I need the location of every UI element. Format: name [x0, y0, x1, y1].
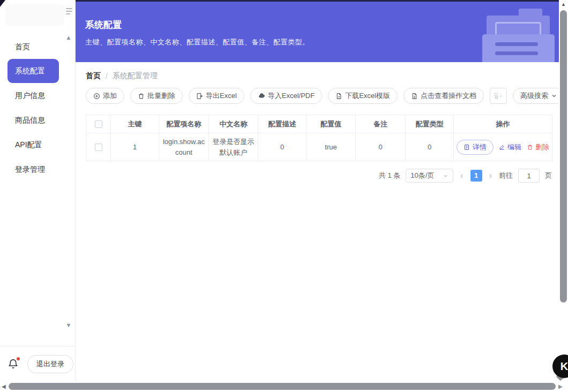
menu-collapse-icon[interactable] [66, 8, 73, 16]
cell-config-key: login.show.account [159, 133, 209, 161]
vertical-scrollbar-thumb[interactable] [560, 10, 567, 303]
sidebar-menu: 首页 系统配置 用户信息 商品信息 API配置 登录管理 [0, 34, 76, 182]
breadcrumb-home[interactable]: 首页 [86, 71, 101, 81]
select-all-checkbox[interactable] [95, 120, 102, 128]
col-desc: 配置描述 [258, 115, 307, 133]
cell-type: 0 [406, 133, 454, 161]
next-page-button[interactable]: › [488, 171, 494, 180]
export-excel-button[interactable]: 导出Excel [189, 88, 244, 104]
download-template-label: 下载Excel模版 [345, 91, 390, 101]
chat-widget-letter: K [560, 360, 568, 373]
batch-delete-button[interactable]: 批量删除 [130, 88, 183, 104]
export-excel-label: 导出Excel [206, 91, 237, 101]
sidebar-item-login-manage[interactable]: 登录管理 [0, 157, 76, 182]
row-checkbox[interactable] [95, 144, 102, 151]
goto-page-input[interactable] [518, 169, 540, 183]
advanced-search-label: 高级搜索 [520, 91, 548, 101]
view-docs-button[interactable]: 点击查看操作文档 [403, 88, 484, 104]
sidebar-item-api-config[interactable]: API配置 [0, 132, 76, 157]
cell-id: 1 [111, 133, 159, 161]
cell-value: true [307, 133, 356, 161]
add-label: 添加 [103, 91, 117, 101]
edit-icon [499, 144, 505, 150]
row-actions: 详情 编辑 删除 [457, 140, 549, 155]
breadcrumb-separator: / [106, 72, 108, 80]
notification-dot [17, 357, 20, 360]
page-number-active[interactable]: 1 [470, 170, 482, 182]
page-size-select[interactable]: 10条/页 [406, 169, 453, 183]
cell-remark: 0 [356, 133, 406, 161]
col-id: 主键 [111, 115, 159, 133]
add-button[interactable]: 添加 [86, 88, 124, 104]
horizontal-scrollbar-thumb[interactable] [9, 383, 556, 390]
cell-cn-name: 登录是否显示默认账户 [209, 133, 258, 161]
sidebar-scroll-down-icon[interactable]: ▼ [63, 322, 74, 328]
main-content: 首页 / 系统配置管理 添加 批量删除 导出Excel 导入Excel/PDF [76, 62, 559, 381]
sidebar-item-product-info[interactable]: 商品信息 [0, 108, 76, 132]
goto-unit-label: 页 [545, 171, 552, 180]
page-size-value: 10条/页 [410, 171, 434, 180]
breadcrumb-current: 系统配置管理 [113, 71, 158, 81]
import-excel-pdf-label: 导入Excel/PDF [268, 91, 315, 101]
trash-icon [527, 144, 533, 150]
cell-desc: 0 [258, 133, 307, 161]
vertical-scrollbar: ▲ [559, 0, 568, 381]
detail-label: 详情 [473, 142, 487, 152]
config-search-box [490, 88, 507, 104]
sidebar: ▲ 首页 系统配置 用户信息 商品信息 API配置 登录管理 ▼ 退出登录 [0, 0, 76, 381]
config-search-input[interactable] [494, 92, 498, 100]
col-value: 配置值 [307, 115, 356, 133]
sidebar-item-home[interactable]: 首页 [0, 34, 76, 59]
plus-circle-icon [93, 93, 100, 100]
view-docs-label: 点击查看操作文档 [421, 91, 476, 101]
chat-widget-circle: K [552, 355, 568, 378]
col-type: 配置类型 [406, 115, 454, 133]
download-template-button[interactable]: 下载Excel模版 [328, 88, 398, 104]
sidebar-item-system-config[interactable]: 系统配置 [8, 59, 59, 83]
chevron-down-icon [551, 93, 557, 99]
table-row: 1 login.show.account 登录是否显示默认账户 0 true 0… [86, 133, 552, 161]
search-icon [499, 93, 503, 100]
sidebar-item-user-info[interactable]: 用户信息 [0, 83, 76, 108]
chevron-down-icon [443, 173, 449, 179]
corner-artifact [0, 0, 5, 7]
pagination: 共 1 条 10条/页 ‹ 1 › 前往 页 [86, 169, 552, 183]
toolbar: 添加 批量删除 导出Excel 导入Excel/PDF 下载Excel模版 点击… [86, 88, 549, 104]
table-header-row: 主键 配置项名称 中文名称 配置描述 配置值 备注 配置类型 操作 [86, 115, 552, 133]
trash-icon [138, 93, 145, 100]
import-excel-pdf-button[interactable]: 导入Excel/PDF [250, 88, 322, 104]
scroll-up-arrow-icon[interactable]: ▲ [559, 2, 568, 7]
pagination-total: 共 1 条 [379, 171, 400, 180]
breadcrumb: 首页 / 系统配置管理 [86, 71, 549, 81]
chat-widget-button[interactable]: K [552, 355, 568, 378]
logout-button[interactable]: 退出登录 [27, 355, 73, 373]
edit-label: 编辑 [507, 142, 521, 152]
logo-placeholder [5, 4, 64, 26]
detail-doc-icon [464, 144, 470, 150]
app-window: ▲ 首页 系统配置 用户信息 商品信息 API配置 登录管理 ▼ 退出登录 系统… [0, 0, 568, 392]
scroll-right-arrow-icon[interactable]: ▶ [558, 383, 563, 389]
delete-button[interactable]: 删除 [527, 142, 549, 152]
col-actions: 操作 [454, 115, 552, 133]
page-banner: 系统配置 主键、配置项名称、中文名称、配置描述、配置值、备注、配置类型。 [76, 2, 559, 62]
sidebar-footer: 退出登录 [0, 346, 76, 381]
col-cn-name: 中文名称 [209, 115, 258, 133]
folder-illustration [476, 2, 559, 62]
export-icon [196, 93, 203, 100]
notification-bell-icon[interactable] [8, 358, 19, 370]
col-remark: 备注 [356, 115, 406, 133]
delete-label: 删除 [535, 142, 549, 152]
prev-page-button[interactable]: ‹ [459, 171, 465, 180]
batch-delete-label: 批量删除 [147, 91, 175, 101]
scroll-left-arrow-icon[interactable]: ◀ [2, 383, 6, 389]
horizontal-scrollbar: ◀ ▶ [0, 381, 568, 392]
file-download-icon [335, 93, 342, 100]
detail-button[interactable]: 详情 [457, 140, 494, 155]
config-table: 主键 配置项名称 中文名称 配置描述 配置值 备注 配置类型 操作 1 logi… [86, 115, 552, 161]
goto-label: 前往 [499, 171, 513, 180]
cloud-upload-icon [258, 92, 265, 100]
col-config-key: 配置项名称 [159, 115, 209, 133]
edit-button[interactable]: 编辑 [499, 142, 521, 152]
document-icon [411, 93, 418, 100]
advanced-search-button[interactable]: 高级搜索 [513, 88, 565, 104]
